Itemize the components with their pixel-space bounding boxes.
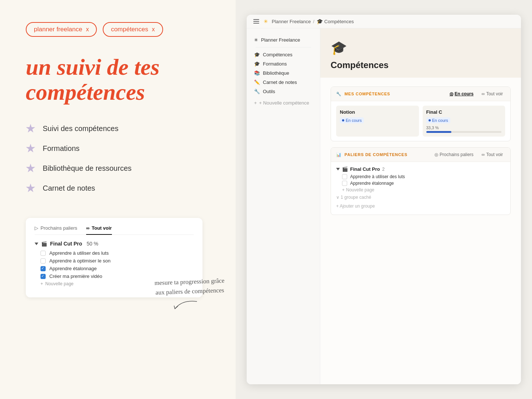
tab-prochains-label-right: Prochains paliers	[440, 152, 473, 157]
notion-nav: ✳ Planner Freelance / 🎓 Compétences	[247, 15, 521, 28]
palier-add-label: Nouvelle page	[346, 187, 374, 193]
skill-item-2: Apprendre à optimiser le son	[35, 258, 194, 264]
tab-prochains-paliers[interactable]: ▷ Prochains paliers	[35, 225, 77, 231]
palier-film-icon: 🎬	[342, 166, 348, 172]
palier-add-page[interactable]: + Nouvelle page	[336, 187, 505, 193]
tag-planner[interactable]: planner freelance x	[26, 22, 97, 37]
collapse-icon[interactable]	[35, 243, 38, 245]
notion-main: 🎓 Compétences 🔧 MES COMPÉTENCES ◎ E	[320, 28, 521, 384]
skill-card-finalcut-status: En cours	[426, 117, 450, 123]
feature-list: Suivi des compétences Formations Bibliot…	[26, 124, 210, 193]
palier-item-2: Apprendre étalonnage	[336, 181, 505, 186]
hamburger-menu[interactable]	[253, 18, 260, 24]
paliers-body: 🎬 Final Cut Pro 2 Apprendre à utiliser d…	[331, 162, 510, 215]
tab-prochains-right[interactable]: ◎ Prochains paliers	[432, 151, 476, 158]
sidebar-item-parent[interactable]: ✳ Planner Freelance	[251, 36, 316, 44]
skill-item-label-1: Apprendre à utiliser des luts	[49, 250, 109, 256]
sidebar-item-bibliotheque[interactable]: 📚 Bibliothèque	[251, 69, 316, 77]
checkbox-2[interactable]	[40, 258, 46, 264]
skill-card-notion-label: Notion	[340, 109, 355, 115]
tab-tout-voir-right[interactable]: ∞ Tout voir	[479, 91, 505, 97]
skill-card-notion-status: En cours	[340, 117, 364, 123]
breadcrumb-separator: /	[313, 19, 314, 24]
sidebar-outils-label: Outils	[263, 89, 275, 94]
wrench-icon: 🔧	[336, 92, 342, 96]
status-label-finalcut: En cours	[432, 118, 448, 123]
page-title: Compétences	[331, 60, 511, 70]
hidden-group[interactable]: ∨ 1 groupe caché	[336, 193, 505, 202]
notion-app: ✳ Planner Freelance / 🎓 Compétences ✳ Pl…	[247, 15, 521, 384]
new-page-label: Nouvelle page	[45, 281, 74, 286]
tab-tout-voir-paliers[interactable]: ∞ Tout voir	[479, 151, 505, 158]
page-emoji: 🎓	[331, 40, 511, 56]
tag-planner-close[interactable]: x	[86, 26, 89, 33]
feature-icon-1	[26, 124, 35, 133]
tags-row: planner freelance x compétences x	[26, 22, 210, 37]
skill-group-header: 🎬 Final Cut Pro 50 %	[35, 241, 194, 247]
feature-item-1: Suivi des compétences	[26, 124, 210, 133]
arrow-icon	[171, 296, 201, 311]
feature-icon-2	[26, 144, 35, 153]
palier-collapse-icon[interactable]	[336, 168, 340, 170]
paliers-tabs: ◎ Prochains paliers ∞ Tout voir	[432, 151, 505, 158]
cards-row: Notion En cours Final C	[336, 106, 505, 137]
checkbox-3[interactable]	[40, 266, 46, 271]
sidebar-item-formations[interactable]: 🎓 Formations	[251, 60, 316, 68]
mes-competences-title: 🔧 MES COMPÉTENCES	[336, 92, 390, 96]
tag-competences[interactable]: compétences x	[103, 22, 163, 37]
chevron-down-icon: ∨	[336, 195, 339, 200]
tab-prochains-icon: ▷	[35, 225, 38, 231]
sidebar-section: ✳ Planner Freelance 🎓 Compétences 🎓 Form…	[247, 34, 320, 98]
sidebar-item-carnet[interactable]: ✏️ Carnet de notes	[251, 78, 316, 86]
tab-en-cours-icon: ◎	[450, 91, 453, 96]
chart-icon: 📊	[336, 152, 342, 157]
status-label-notion: En cours	[346, 118, 362, 123]
palier-item-label-1: Apprendre à utiliser des luts	[350, 174, 405, 179]
sidebar-competences-label: Compétences	[263, 52, 292, 57]
status-dot-finalcut	[429, 119, 431, 121]
skill-item-label-2: Apprendre à optimiser le son	[49, 258, 110, 264]
right-panel: ✳ Planner Freelance / 🎓 Compétences ✳ Pl…	[236, 0, 532, 399]
tag-competences-close[interactable]: x	[152, 26, 155, 33]
palier-checkbox-2[interactable]	[342, 181, 347, 186]
sidebar-carnet-icon: ✏️	[254, 80, 260, 85]
feature-icon-3	[26, 163, 35, 173]
notion-sidebar: ✳ Planner Freelance 🎓 Compétences 🎓 Form…	[247, 28, 320, 384]
handwritten-note: mesure ta progression grâceaux paliers d…	[154, 276, 225, 297]
skill-card-notion[interactable]: Notion En cours	[336, 106, 419, 137]
breadcrumb-parent[interactable]: Planner Freelance	[272, 19, 311, 24]
checkbox-4[interactable]	[40, 274, 46, 279]
sidebar-item-competences[interactable]: 🎓 Compétences	[251, 50, 316, 59]
tab-tout-voir[interactable]: ∞ Tout voir	[86, 225, 112, 235]
tab-en-cours[interactable]: ◎ En cours	[447, 91, 476, 97]
sidebar-divider	[256, 47, 311, 47]
sidebar-formations-label: Formations	[263, 61, 287, 67]
skill-card-notion-name: Notion	[340, 109, 415, 115]
add-group-button[interactable]: + Ajouter un groupe	[336, 202, 505, 210]
tab-tout-label: Tout voir	[92, 225, 112, 231]
sidebar-item-outils[interactable]: 🔧 Outils	[251, 87, 316, 96]
tab-en-cours-label: En cours	[455, 91, 473, 96]
progress-bar-fill	[426, 131, 451, 133]
hidden-group-label: 1 groupe caché	[341, 195, 371, 200]
skill-card-finalcut[interactable]: Final C En cours 33,3 %	[423, 106, 505, 137]
person-icon: 🎓	[317, 18, 323, 24]
progress-bar-container: 33,3 %	[426, 126, 502, 133]
feature-item-3: Bibliothèque de ressources	[26, 163, 210, 173]
sidebar-outils-icon: 🔧	[254, 89, 260, 94]
progress-bar-text: 33,3 %	[426, 126, 502, 130]
checkbox-1[interactable]	[40, 251, 46, 256]
feature-item-4: Carnet de notes	[26, 183, 210, 193]
progress-tabs: ▷ Prochains paliers ∞ Tout voir	[35, 225, 194, 235]
palier-checkbox-1[interactable]	[342, 174, 347, 179]
status-dot-notion	[342, 119, 344, 121]
feature-label-3: Bibliothèque de ressources	[43, 164, 131, 173]
tab-tout-voir-paliers-icon: ∞	[482, 152, 485, 157]
feature-label-2: Formations	[43, 144, 80, 153]
sidebar-add-button[interactable]: + + Nouvelle compétence	[247, 98, 320, 108]
page-header: 🎓 Compétences	[320, 28, 521, 78]
breadcrumb-current-label: Compétences	[324, 19, 354, 24]
palier-item-1: Apprendre à utiliser des luts	[336, 174, 505, 179]
skill-item-label-4: Créer ma première vidéo	[49, 273, 102, 279]
breadcrumb: Planner Freelance / 🎓 Compétences	[272, 18, 354, 24]
